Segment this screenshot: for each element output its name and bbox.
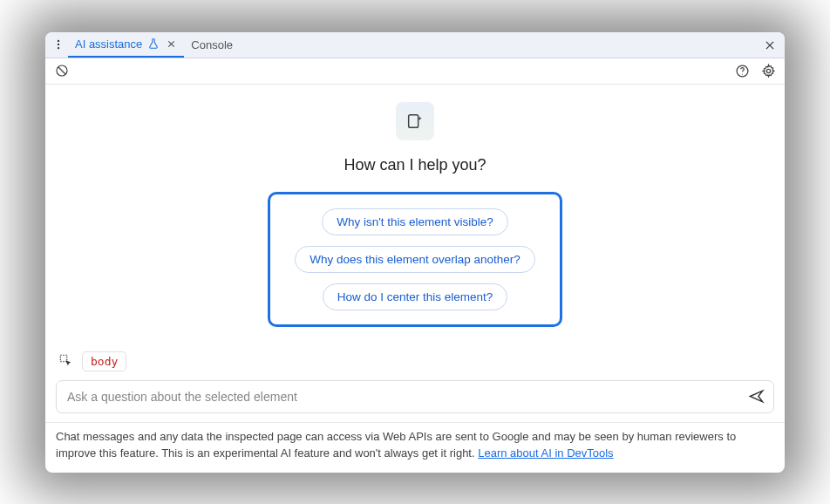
disclaimer-text: Chat messages and any data the inspected… — [56, 430, 736, 460]
disclaimer-link[interactable]: Learn about AI in DevTools — [478, 446, 613, 460]
svg-point-1 — [58, 44, 59, 45]
send-button[interactable] — [744, 385, 768, 409]
ai-spark-icon — [396, 102, 434, 140]
svg-point-2 — [58, 47, 59, 49]
suggestion-chip[interactable]: How do I center this element? — [323, 283, 508, 310]
select-element-icon[interactable] — [58, 352, 75, 370]
svg-rect-7 — [409, 114, 418, 127]
tab-label: Console — [191, 38, 233, 51]
context-row: body — [56, 351, 126, 371]
tab-console[interactable]: Console — [184, 32, 240, 58]
disclaimer: Chat messages and any data the inspected… — [45, 422, 785, 473]
svg-point-5 — [741, 73, 742, 74]
flask-icon — [147, 37, 160, 50]
tab-label: AI assistance — [75, 37, 142, 51]
suggestion-chip[interactable]: Why isn't this element visible? — [322, 208, 508, 235]
toolbar — [45, 58, 785, 85]
suggestions-box: Why isn't this element visible? Why does… — [268, 192, 562, 327]
tab-close-button[interactable] — [165, 37, 177, 50]
clear-button[interactable] — [52, 61, 71, 80]
prompt-input[interactable] — [67, 390, 744, 404]
tab-ai-assistance[interactable]: AI assistance — [68, 32, 184, 58]
svg-point-0 — [58, 40, 59, 42]
settings-button[interactable] — [759, 61, 778, 80]
svg-point-6 — [766, 69, 770, 72]
help-button[interactable] — [732, 61, 752, 80]
content-area: How can I help you? Why isn't this eleme… — [45, 85, 785, 422]
prompt-input-row — [56, 380, 774, 413]
element-chip[interactable]: body — [82, 351, 126, 371]
suggestion-chip[interactable]: Why does this element overlap another? — [295, 246, 535, 273]
more-tabs-button[interactable] — [49, 35, 68, 54]
tab-strip: AI assistance Console — [45, 32, 785, 58]
devtools-panel: AI assistance Console How — [45, 32, 785, 473]
heading: How can I help you? — [344, 156, 486, 174]
panel-close-button[interactable] — [760, 36, 779, 55]
